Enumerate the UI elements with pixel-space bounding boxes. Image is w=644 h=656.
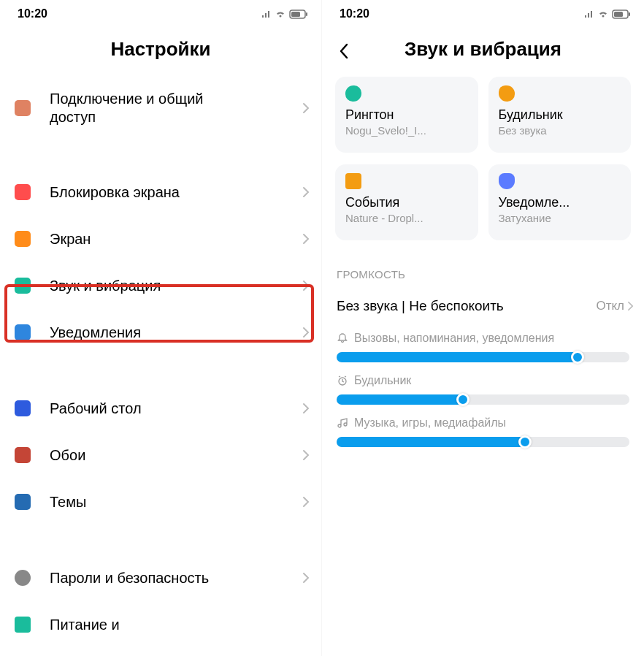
svg-rect-5 xyxy=(614,12,623,17)
settings-screen: 10:20 Настройки Подключение и общий дост… xyxy=(0,0,322,656)
row-connection-sharing[interactable]: Подключение и общий доступ xyxy=(0,77,321,140)
battery-icon xyxy=(612,9,631,19)
chevron-right-icon xyxy=(302,496,310,508)
tethering-icon xyxy=(15,98,39,118)
chevron-right-icon xyxy=(302,327,310,338)
card-ringtone[interactable]: Рингтон Nogu_Svelo!_I... xyxy=(335,77,478,153)
chevron-right-icon xyxy=(302,572,310,584)
row-dnd[interactable]: Без звука | Не беспокоить Откл xyxy=(322,288,644,324)
chevron-right-icon xyxy=(627,301,634,311)
settings-list: Подключение и общий доступ Блокировка эк… xyxy=(0,77,321,648)
row-label: Обои xyxy=(50,446,302,465)
row-sound-vibration[interactable]: Звук и вибрация xyxy=(0,262,321,309)
card-title: Будильник xyxy=(499,107,621,123)
ringtone-icon xyxy=(345,85,366,103)
slider-label: Будильник xyxy=(337,374,629,387)
themes-icon xyxy=(15,492,39,512)
sound-cards-row-2: События Nature - Dropl... Уведомле... За… xyxy=(322,164,644,252)
slider-ring: Вызовы, напоминания, уведомления xyxy=(322,324,644,367)
row-wallpaper[interactable]: Обои xyxy=(0,432,321,478)
card-title: Уведомле... xyxy=(499,195,621,210)
sound-screen: 10:20 Звук и вибрация Рингтон Nogu_Svelo… xyxy=(322,0,644,656)
chevron-right-icon xyxy=(302,403,310,414)
card-subtitle: Nogu_Svelo!_I... xyxy=(345,124,468,137)
slider-track[interactable] xyxy=(337,437,629,447)
chevron-right-icon xyxy=(302,280,310,291)
alarm-icon xyxy=(499,85,519,103)
slider-fill xyxy=(337,352,583,362)
wifi-icon xyxy=(597,9,609,18)
wifi-icon xyxy=(275,9,286,18)
row-display[interactable]: Экран xyxy=(0,216,321,262)
slider-track[interactable] xyxy=(337,352,629,362)
row-passwords-security[interactable]: Пароли и безопасность xyxy=(0,554,321,601)
svg-rect-1 xyxy=(306,12,307,16)
row-label: Звук и вибрация xyxy=(50,277,302,295)
notifications-icon xyxy=(15,322,39,343)
status-time: 10:20 xyxy=(18,7,47,20)
signal-icon xyxy=(584,9,594,18)
back-button[interactable] xyxy=(334,41,354,61)
slider-thumb[interactable] xyxy=(518,435,532,449)
slider-fill xyxy=(337,394,468,405)
slider-thumb[interactable] xyxy=(456,393,469,406)
row-label: Уведомления xyxy=(50,324,302,342)
sound-cards-row-1: Рингтон Nogu_Svelo!_I... Будильник Без з… xyxy=(322,77,644,164)
row-label: Пароли и безопасность xyxy=(50,569,302,587)
card-alarm[interactable]: Будильник Без звука xyxy=(488,77,632,153)
chevron-right-icon xyxy=(302,233,310,245)
home-icon xyxy=(15,398,39,419)
slider-media: Музыка, игры, медиафайлы xyxy=(322,409,644,451)
dnd-value: Откл xyxy=(596,299,624,313)
lock-icon xyxy=(15,182,39,202)
card-notifications[interactable]: Уведомле... Затухание xyxy=(488,164,632,240)
card-title: Рингтон xyxy=(345,107,468,123)
slider-thumb[interactable] xyxy=(571,351,584,364)
music-outline-icon xyxy=(337,417,348,429)
section-volume-label: ГРОМКОСТЬ xyxy=(322,252,644,288)
status-time: 10:20 xyxy=(340,7,369,20)
row-lock-screen[interactable]: Блокировка экрана xyxy=(0,169,321,216)
row-battery[interactable]: Питание и xyxy=(0,601,321,648)
slider-label: Вызовы, напоминания, уведомления xyxy=(337,332,629,345)
page-title: Настройки xyxy=(0,25,321,77)
chevron-right-icon xyxy=(302,449,310,461)
sound-icon xyxy=(15,275,39,296)
slider-track[interactable] xyxy=(337,394,629,405)
dnd-label: Без звука | Не беспокоить xyxy=(337,298,596,314)
slider-alarm: Будильник xyxy=(322,367,644,409)
battery-settings-icon xyxy=(15,614,39,635)
status-icons xyxy=(584,9,631,19)
card-subtitle: Затухание xyxy=(499,212,621,224)
row-themes[interactable]: Темы xyxy=(0,478,321,525)
events-icon xyxy=(345,173,366,191)
slider-label: Музыка, игры, медиафайлы xyxy=(337,416,629,430)
row-home-screen[interactable]: Рабочий стол xyxy=(0,385,321,432)
wallpaper-icon xyxy=(15,445,39,465)
page-title: Звук и вибрация xyxy=(322,25,644,77)
row-label: Питание и xyxy=(50,616,310,634)
slider-fill xyxy=(337,437,530,447)
svg-rect-2 xyxy=(291,12,300,17)
chevron-right-icon xyxy=(302,102,310,114)
card-subtitle: Без звука xyxy=(499,124,621,137)
card-subtitle: Nature - Dropl... xyxy=(345,212,468,224)
chevron-left-icon xyxy=(339,43,349,59)
chevron-right-icon xyxy=(302,186,310,198)
card-title: События xyxy=(345,195,468,210)
row-label: Блокировка экрана xyxy=(50,183,302,202)
status-bar: 10:20 xyxy=(0,0,321,25)
row-label: Экран xyxy=(50,230,302,248)
signal-icon xyxy=(261,9,272,18)
svg-rect-4 xyxy=(629,12,630,16)
card-events[interactable]: События Nature - Dropl... xyxy=(335,164,478,240)
alarm-outline-icon xyxy=(337,375,348,386)
bell-icon xyxy=(499,173,519,191)
row-label: Темы xyxy=(50,493,302,511)
row-label: Рабочий стол xyxy=(50,400,302,418)
row-label: Подключение и общий доступ xyxy=(50,90,302,126)
battery-icon xyxy=(289,9,308,19)
row-notifications[interactable]: Уведомления xyxy=(0,309,321,356)
display-icon xyxy=(15,229,39,249)
bell-outline-icon xyxy=(337,332,348,344)
